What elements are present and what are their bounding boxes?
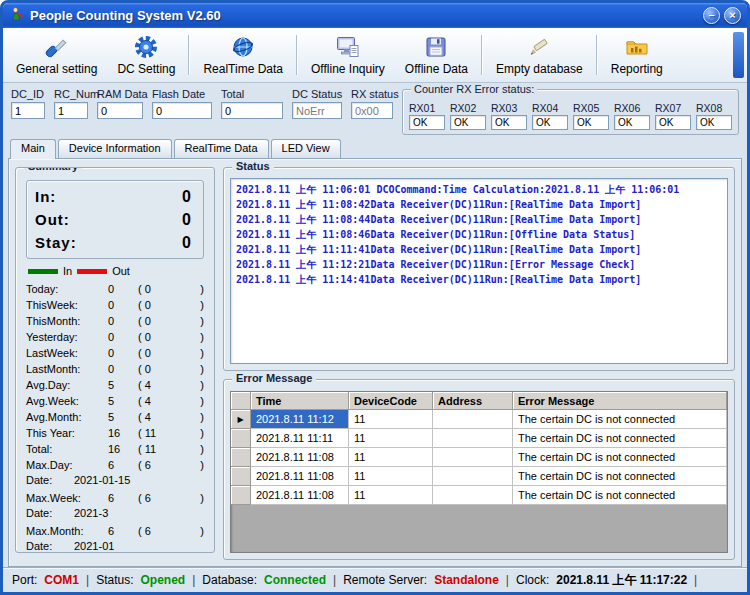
tab-main[interactable]: Main xyxy=(10,139,56,159)
summary-in-value: 16 xyxy=(108,443,138,455)
column-header-address[interactable]: Address xyxy=(433,392,513,410)
report-folder-icon xyxy=(624,34,650,60)
window-controls: – × xyxy=(703,7,741,24)
summary-row-maxday: Max.Day: 6 ( 6 ) xyxy=(24,457,206,473)
error-message-grid[interactable]: Time DeviceCode Address Error Message ▶ … xyxy=(230,391,728,553)
cell-devicecode[interactable]: 11 xyxy=(349,410,433,429)
table-row[interactable]: 2021.8.11 11:08 11 The certain DC is not… xyxy=(231,486,727,505)
table-row[interactable]: 2021.8.11 11:11 11 The certain DC is not… xyxy=(231,429,727,448)
toolbar-overflow-grip[interactable] xyxy=(733,32,744,78)
summary-in-value: 5 xyxy=(108,395,138,407)
cell-error-message[interactable]: The certain DC is not connected xyxy=(513,448,727,467)
statusbar-separator: | xyxy=(694,573,697,587)
cell-address[interactable] xyxy=(433,448,513,467)
cell-time[interactable]: 2021.8.11 11:08 xyxy=(251,448,349,467)
summary-out-value: ( 0 xyxy=(138,283,192,295)
column-header-devicecode[interactable]: DeviceCode xyxy=(349,392,433,410)
log-line: 2021.8.11 上午 11:08:42Data Receiver(DC)11… xyxy=(236,197,722,212)
cell-address[interactable] xyxy=(433,467,513,486)
toolbar-button-empty-database[interactable]: Empty database xyxy=(486,30,593,80)
toolbar-button-offline-data[interactable]: Offline Data xyxy=(395,30,478,80)
minimize-button[interactable]: – xyxy=(703,7,720,24)
rx-channel-2: RX02 OK xyxy=(450,102,486,130)
row-header-cell[interactable] xyxy=(231,429,251,448)
cell-error-message[interactable]: The certain DC is not connected xyxy=(513,486,727,505)
status-log-list[interactable]: 2021.8.11 上午 11:06:01 DCOCommand:Time Ca… xyxy=(230,178,728,364)
clock-value: 2021.8.11 上午 11:17:22 xyxy=(556,572,687,589)
summary-in-value: 16 xyxy=(108,427,138,439)
toolbar-button-dc-setting[interactable]: DC Setting xyxy=(107,30,185,80)
cell-error-message[interactable]: The certain DC is not connected xyxy=(513,429,727,448)
cell-error-message[interactable]: The certain DC is not connected xyxy=(513,467,727,486)
status-group: Status 2021.8.11 上午 11:06:01 DCOCommand:… xyxy=(223,167,735,371)
toolbar-button-offline-inquiry[interactable]: Offline Inquiry xyxy=(301,30,395,80)
statusbar-separator: | xyxy=(333,573,336,587)
total-label: Out: xyxy=(35,211,70,228)
cell-devicecode[interactable]: 11 xyxy=(349,486,433,505)
field-label: RX status xyxy=(351,88,393,100)
summary-paren: ) xyxy=(192,395,204,407)
summary-row-maxweek: Max.Week: 6 ( 6 ) xyxy=(24,490,206,506)
summary-in-value: 0 xyxy=(108,347,138,359)
cell-time[interactable]: 2021.8.11 11:08 xyxy=(251,486,349,505)
rx-status-input[interactable] xyxy=(351,102,393,119)
tab-led-view[interactable]: LED View xyxy=(271,139,341,158)
summary-row-label: Yesterday: xyxy=(26,331,108,343)
dc-status-input[interactable] xyxy=(292,102,342,119)
rx-channel-8: RX08 OK xyxy=(696,102,732,130)
cell-address[interactable] xyxy=(433,486,513,505)
summary-row-label: Total: xyxy=(26,443,108,455)
table-row[interactable]: ▶ 2021.8.11 11:12 11 The certain DC is n… xyxy=(231,410,727,429)
date-label: Date: xyxy=(26,507,74,519)
toolbar-button-realtime-data[interactable]: RealTime Data xyxy=(193,30,293,80)
close-button[interactable]: × xyxy=(724,7,741,24)
total-label: Stay: xyxy=(35,234,77,251)
cell-devicecode[interactable]: 11 xyxy=(349,429,433,448)
toolbar-button-reporting[interactable]: Reporting xyxy=(601,30,673,80)
total-label: In: xyxy=(35,188,56,205)
dc-id-input[interactable] xyxy=(11,102,45,119)
column-header-error-message[interactable]: Error Message xyxy=(513,392,727,410)
cell-address[interactable] xyxy=(433,410,513,429)
summary-out-value: ( 0 xyxy=(138,299,192,311)
row-header-cell[interactable]: ▶ xyxy=(231,410,251,429)
group-title: Status xyxy=(232,160,274,172)
field-label: Total xyxy=(221,88,283,100)
group-title: Counter RX Error status: xyxy=(411,83,537,95)
cell-address[interactable] xyxy=(433,429,513,448)
right-column: Status 2021.8.11 上午 11:06:01 DCOCommand:… xyxy=(223,167,735,560)
total-input[interactable] xyxy=(221,102,283,119)
rx-channel-1: RX01 OK xyxy=(409,102,445,130)
tab-device-information[interactable]: Device Information xyxy=(58,139,172,158)
rx-channel-label: RX05 xyxy=(573,102,609,114)
flash-date-input[interactable] xyxy=(152,102,212,119)
cell-time[interactable]: 2021.8.11 11:08 xyxy=(251,467,349,486)
ram-data-input[interactable] xyxy=(97,102,143,119)
gear-icon xyxy=(133,34,159,60)
column-header-time[interactable]: Time xyxy=(251,392,349,410)
toolbar-separator xyxy=(188,35,190,75)
cell-time[interactable]: 2021.8.11 11:12 xyxy=(251,410,349,429)
connection-status-label: Status: xyxy=(96,573,133,587)
summary-maxmonth-date: Date: 2021-01 xyxy=(24,539,206,553)
cell-time[interactable]: 2021.8.11 11:11 xyxy=(251,429,349,448)
date-value: 2021-3 xyxy=(74,507,204,519)
cell-devicecode[interactable]: 11 xyxy=(349,467,433,486)
summary-row-lastmonth: LastMonth: 0 ( 0 ) xyxy=(24,361,206,377)
globe-icon xyxy=(230,34,256,60)
title-bar[interactable]: People Counting System V2.60 – × xyxy=(3,3,747,28)
toolbar-button-general-setting[interactable]: General setting xyxy=(6,30,107,80)
rc-num-input[interactable] xyxy=(54,102,88,119)
table-row[interactable]: 2021.8.11 11:08 11 The certain DC is not… xyxy=(231,448,727,467)
field-label: DC Status xyxy=(292,88,342,100)
field-rx-status: RX status xyxy=(351,88,393,119)
cell-error-message[interactable]: The certain DC is not connected xyxy=(513,410,727,429)
cell-devicecode[interactable]: 11 xyxy=(349,448,433,467)
toolbar-button-label: Reporting xyxy=(611,62,663,76)
row-header-cell[interactable] xyxy=(231,467,251,486)
tab-realtime-data[interactable]: RealTime Data xyxy=(174,139,269,158)
table-row[interactable]: 2021.8.11 11:08 11 The certain DC is not… xyxy=(231,467,727,486)
row-header-cell[interactable] xyxy=(231,448,251,467)
summary-out-value: ( 11 xyxy=(138,443,192,455)
row-header-cell[interactable] xyxy=(231,486,251,505)
